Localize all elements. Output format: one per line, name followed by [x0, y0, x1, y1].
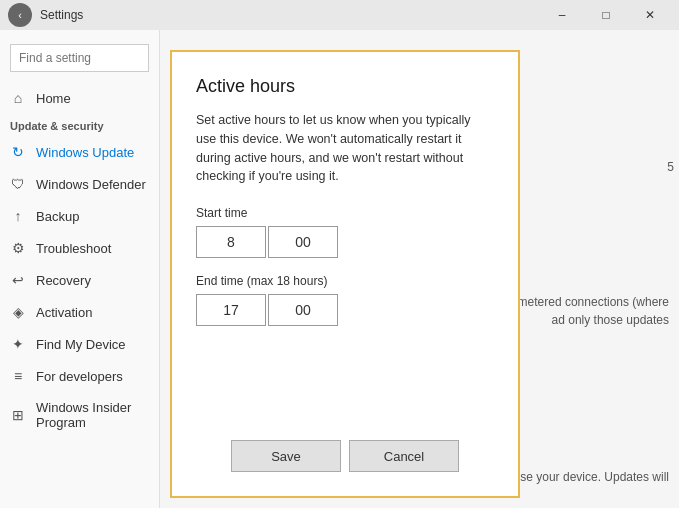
window-controls: – □ ✕ [541, 0, 671, 30]
start-time-row: 8 00 [196, 226, 494, 258]
dialog-body: Start time 8 00 End time (max 18 hours) … [196, 206, 494, 424]
windows-update-icon: ↻ [10, 144, 26, 160]
main-container: ⌂ Home Update & security ↻ Windows Updat… [0, 30, 679, 508]
insider-icon: ⊞ [10, 407, 26, 423]
search-container [10, 44, 149, 72]
dialog-title: Active hours [196, 76, 494, 97]
start-minute-input[interactable]: 00 [268, 226, 338, 258]
sidebar-item-home[interactable]: ⌂ Home [0, 82, 159, 114]
start-time-label: Start time [196, 206, 494, 220]
sidebar-item-windows-defender[interactable]: 🛡 Windows Defender [0, 168, 159, 200]
search-input[interactable] [10, 44, 149, 72]
sidebar-item-label: Troubleshoot [36, 241, 111, 256]
end-hour-input[interactable]: 17 [196, 294, 266, 326]
sidebar-item-label: Recovery [36, 273, 91, 288]
sidebar-item-for-developers[interactable]: ≡ For developers [0, 360, 159, 392]
sidebar-item-activation[interactable]: ◈ Activation [0, 296, 159, 328]
bg-text-3: se your device. Updates will [520, 470, 669, 484]
cancel-button[interactable]: Cancel [349, 440, 459, 472]
recovery-icon: ↩ [10, 272, 26, 288]
sidebar-section-label: Update & security [0, 114, 159, 136]
bg-text-4: 5 [667, 160, 674, 174]
start-hour-input[interactable]: 8 [196, 226, 266, 258]
app-title: Settings [40, 8, 541, 22]
sidebar-item-recovery[interactable]: ↩ Recovery [0, 264, 159, 296]
back-icon: ‹ [18, 9, 22, 21]
troubleshoot-icon: ⚙ [10, 240, 26, 256]
end-time-row: 17 00 [196, 294, 494, 326]
windows-defender-icon: 🛡 [10, 176, 26, 192]
titlebar: ‹ Settings – □ ✕ [0, 0, 679, 30]
bg-text-1: n metered connections (where [508, 295, 669, 309]
activation-icon: ◈ [10, 304, 26, 320]
dialog-description: Set active hours to let us know when you… [196, 111, 494, 186]
home-icon: ⌂ [10, 90, 26, 106]
sidebar-item-troubleshoot[interactable]: ⚙ Troubleshoot [0, 232, 159, 264]
end-minute-input[interactable]: 00 [268, 294, 338, 326]
sidebar-item-label: Find My Device [36, 337, 126, 352]
minimize-button[interactable]: – [541, 0, 583, 30]
sidebar-item-label: Windows Update [36, 145, 134, 160]
developers-icon: ≡ [10, 368, 26, 384]
sidebar-item-label: Backup [36, 209, 79, 224]
backup-icon: ↑ [10, 208, 26, 224]
find-device-icon: ✦ [10, 336, 26, 352]
dialog-footer: Save Cancel [196, 424, 494, 472]
sidebar-item-label: Windows Defender [36, 177, 146, 192]
sidebar-item-windows-insider[interactable]: ⊞ Windows Insider Program [0, 392, 159, 438]
sidebar: ⌂ Home Update & security ↻ Windows Updat… [0, 30, 160, 508]
sidebar-item-label: For developers [36, 369, 123, 384]
sidebar-item-windows-update[interactable]: ↻ Windows Update [0, 136, 159, 168]
sidebar-item-label: Windows Insider Program [36, 400, 149, 430]
back-button[interactable]: ‹ [8, 3, 32, 27]
content-area: n metered connections (where ad only tho… [160, 30, 679, 508]
sidebar-item-label: Activation [36, 305, 92, 320]
close-button[interactable]: ✕ [629, 0, 671, 30]
sidebar-item-backup[interactable]: ↑ Backup [0, 200, 159, 232]
end-time-label: End time (max 18 hours) [196, 274, 494, 288]
sidebar-item-find-my-device[interactable]: ✦ Find My Device [0, 328, 159, 360]
bg-text-2: ad only those updates [552, 313, 669, 327]
maximize-button[interactable]: □ [585, 0, 627, 30]
sidebar-item-label: Home [36, 91, 71, 106]
save-button[interactable]: Save [231, 440, 341, 472]
active-hours-dialog: Active hours Set active hours to let us … [170, 50, 520, 498]
